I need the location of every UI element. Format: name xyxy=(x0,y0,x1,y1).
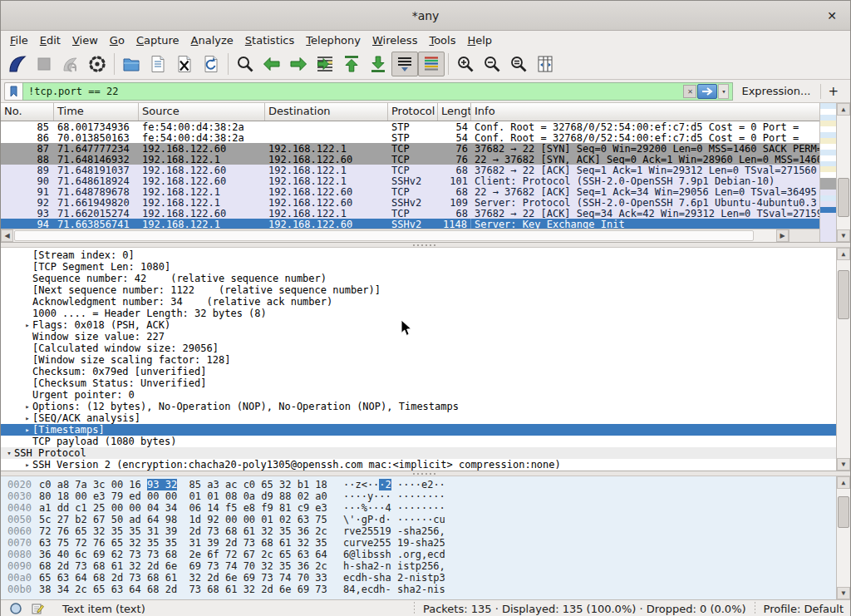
packet-row-88[interactable]: 8871.648146932192.168.122.1192.168.122.6… xyxy=(1,154,819,165)
detail-line[interactable]: ▸Options: (12 bytes), No-Operation (NOP)… xyxy=(1,401,836,412)
go-to-packet-button[interactable] xyxy=(312,52,338,76)
save-file-button[interactable] xyxy=(145,52,171,76)
hex-row-0060[interactable]: 006072 76 65 32 35 35 31 39 2d 73 68 61 … xyxy=(1,525,836,537)
capture-options-button[interactable] xyxy=(84,52,111,76)
detail-line[interactable]: Window size value: 227 xyxy=(1,331,836,342)
scroll-down-arrow[interactable]: ▼ xyxy=(837,587,850,599)
vscroll-thumb[interactable] xyxy=(838,270,849,320)
hex-bytes[interactable]: 36 40 6c 69 62 73 73 68 2e 6f 72 67 2c 6… xyxy=(39,549,338,560)
hex-row-0090[interactable]: 009068 2d 73 68 61 32 2d 6e 69 73 74 70 … xyxy=(1,560,836,572)
expander-expanded-icon[interactable]: ▾ xyxy=(4,449,14,457)
vscroll-track[interactable] xyxy=(837,116,850,229)
detail-line[interactable]: [Window size scaling factor: 128] xyxy=(1,354,836,366)
hex-bytes[interactable]: 5c 27 b2 67 50 ad 64 98 1d 92 00 00 01 0… xyxy=(39,514,338,525)
hex-dump[interactable]: 0020c0 a8 7a 3c 00 16 93 32 85 a3 ac c0 … xyxy=(1,476,836,599)
filter-clear-button[interactable]: ✕ xyxy=(683,85,696,98)
hscroll-track[interactable] xyxy=(13,229,776,242)
hex-bytes[interactable]: c0 a8 7a 3c 00 16 93 32 85 a3 ac c0 65 3… xyxy=(39,479,338,490)
colorize-button[interactable] xyxy=(418,52,445,76)
close-file-button[interactable] xyxy=(171,52,198,76)
menu-edit[interactable]: Edit xyxy=(34,32,66,48)
vscroll-thumb[interactable] xyxy=(838,178,849,217)
expander-collapsed-icon[interactable]: ▸ xyxy=(22,402,32,411)
filter-input[interactable]: !tcp.port == 22 ✕ ▾ xyxy=(22,82,733,101)
resize-columns-button[interactable] xyxy=(532,52,558,76)
hex-bytes[interactable]: 80 18 00 e3 79 ed 00 00 01 01 08 0a d9 8… xyxy=(39,490,338,502)
go-last-button[interactable] xyxy=(365,52,391,76)
scroll-up-arrow[interactable]: ▲ xyxy=(837,103,850,116)
detail-line[interactable]: ▸Flags: 0x018 (PSH, ACK) xyxy=(1,319,836,331)
hscroll-thumb[interactable] xyxy=(14,230,754,241)
packet-row-87[interactable]: 8771.647777234192.168.122.60192.168.122.… xyxy=(1,143,819,154)
hex-row-0050[interactable]: 00505c 27 b2 67 50 ad 64 98 1d 92 00 00 … xyxy=(1,514,836,525)
find-packet-button[interactable] xyxy=(232,52,258,76)
close-window-button[interactable]: ✕ xyxy=(824,7,840,24)
column-header-destination[interactable]: Destination xyxy=(265,103,388,121)
bytes-vscrollbar[interactable]: ▲ ▼ xyxy=(836,476,850,599)
hex-bytes[interactable]: 63 75 72 76 65 32 35 35 31 39 2d 73 68 6… xyxy=(39,537,338,549)
detail-line[interactable]: ▸[Timestamps] xyxy=(1,424,836,436)
reload-file-button[interactable] xyxy=(198,52,224,76)
packet-row-89[interactable]: 8971.648191037192.168.122.60192.168.122.… xyxy=(1,165,819,175)
hex-ascii[interactable]: ···%···4 ········ xyxy=(338,502,445,514)
zoom-original-button[interactable] xyxy=(505,52,532,76)
column-header-no[interactable]: No. xyxy=(1,103,54,121)
auto-scroll-button[interactable] xyxy=(391,52,418,76)
packet-list-hscrollbar[interactable]: ◀ ▶ xyxy=(1,229,819,242)
detail-line[interactable]: ▸SSH Version 2 (encryption:chacha20-poly… xyxy=(1,459,836,471)
menu-help[interactable]: Help xyxy=(461,32,498,48)
add-filter-button[interactable]: + xyxy=(820,84,845,99)
hex-ascii[interactable]: curve255 19-sha25 xyxy=(338,537,445,549)
hex-bytes[interactable]: 72 76 65 32 35 35 31 39 2d 73 68 61 32 3… xyxy=(39,525,338,537)
packet-row-94[interactable]: 9471.663856741192.168.122.1192.168.122.6… xyxy=(1,219,819,229)
expression-button[interactable]: Expression... xyxy=(733,85,819,97)
expander-collapsed-icon[interactable]: ▸ xyxy=(22,414,32,422)
open-file-button[interactable] xyxy=(118,52,145,76)
filter-bookmark-button[interactable] xyxy=(4,82,22,101)
scroll-up-arrow[interactable]: ▲ xyxy=(837,476,850,489)
zoom-in-button[interactable] xyxy=(452,52,479,76)
detail-line[interactable]: Acknowledgment number: 34 (relative ack … xyxy=(1,296,836,308)
packet-row-85[interactable]: 8568.001734936fe:54:00:d4:38:2aSTP54Conf… xyxy=(1,121,819,132)
expander-collapsed-icon[interactable]: ▸ xyxy=(22,321,32,329)
hex-row-00a0[interactable]: 00a065 63 64 68 2d 73 68 61 32 2d 6e 69 … xyxy=(1,572,836,584)
go-forward-button[interactable] xyxy=(285,52,312,76)
packet-list-vscrollbar[interactable]: ▲ ▼ xyxy=(836,103,850,242)
vscroll-track[interactable] xyxy=(837,489,850,587)
packet-row-90[interactable]: 9071.648618924192.168.122.60192.168.122.… xyxy=(1,175,819,186)
filter-apply-button[interactable] xyxy=(697,84,717,99)
hex-ascii[interactable]: ····y··· ········ xyxy=(338,490,445,502)
hex-row-0020[interactable]: 0020c0 a8 7a 3c 00 16 93 32 85 a3 ac c0 … xyxy=(1,479,836,490)
menu-telephony[interactable]: Telephony xyxy=(300,32,366,48)
hex-row-00b0[interactable]: 00b038 34 2c 65 63 64 68 2d 73 68 61 32 … xyxy=(1,584,836,595)
hex-row-0080[interactable]: 008036 40 6c 69 62 73 73 68 2e 6f 72 67 … xyxy=(1,549,836,560)
column-header-protocol[interactable]: Protocol xyxy=(388,103,438,121)
menu-file[interactable]: File xyxy=(4,32,34,48)
capture-comment-button[interactable] xyxy=(29,600,46,616)
vscroll-track[interactable] xyxy=(837,260,850,458)
detail-line[interactable]: [Calculated window size: 29056] xyxy=(1,342,836,354)
zoom-out-button[interactable] xyxy=(479,52,505,76)
menu-statistics[interactable]: Statistics xyxy=(239,32,300,48)
profile-label[interactable]: Profile: Default xyxy=(764,603,844,615)
detail-line[interactable]: [TCP Segment Len: 1080] xyxy=(1,261,836,273)
menu-go[interactable]: Go xyxy=(104,32,130,48)
detail-line[interactable]: ▸[SEQ/ACK analysis] xyxy=(1,412,836,424)
hex-bytes[interactable]: 65 63 64 68 2d 73 68 61 32 2d 6e 69 73 7… xyxy=(39,572,338,584)
menu-analyze[interactable]: Analyze xyxy=(185,32,239,48)
hex-bytes[interactable]: a1 dd c1 25 00 00 04 34 06 14 f5 e8 f9 8… xyxy=(39,502,338,514)
packet-list-header[interactable]: No.TimeSourceDestinationProtocolLengthIn… xyxy=(1,103,819,121)
filter-history-dropdown[interactable]: ▾ xyxy=(718,84,729,99)
packet-row-92[interactable]: 9271.661949820192.168.122.1192.168.122.6… xyxy=(1,197,819,208)
expert-info-button[interactable] xyxy=(7,600,24,616)
column-header-time[interactable]: Time xyxy=(54,103,139,121)
hex-ascii[interactable]: ecdh-sha 2-nistp3 xyxy=(338,572,445,584)
go-back-button[interactable] xyxy=(258,52,285,76)
menu-capture[interactable]: Capture xyxy=(130,32,185,48)
scroll-up-arrow[interactable]: ▲ xyxy=(837,248,850,260)
packet-row-91[interactable]: 9171.648789678192.168.122.1192.168.122.6… xyxy=(1,186,819,197)
wireshark-start-button[interactable] xyxy=(4,52,31,76)
hex-ascii[interactable]: 84,ecdh- sha2-nis xyxy=(338,584,445,595)
vscroll-thumb[interactable] xyxy=(838,496,849,528)
scroll-down-arrow[interactable]: ▼ xyxy=(837,458,850,471)
